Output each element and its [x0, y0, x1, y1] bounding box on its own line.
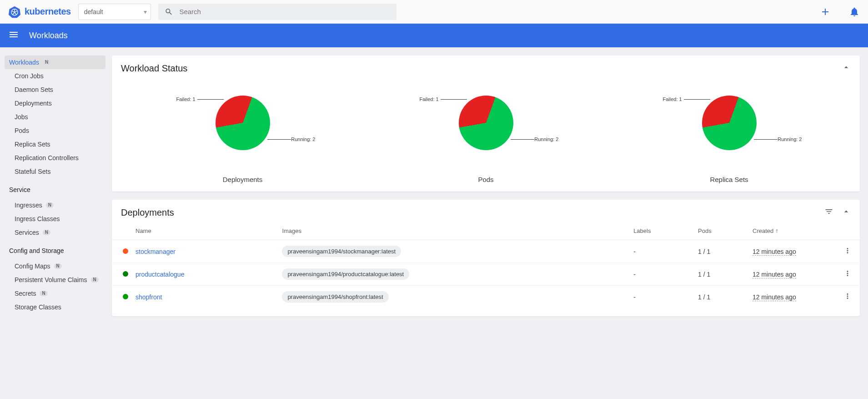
- collapse-button[interactable]: [842, 63, 851, 74]
- sidebar-item[interactable]: Replication Controllers: [5, 151, 105, 165]
- chart-label-running: Running: 2: [291, 136, 315, 142]
- sidebar-item[interactable]: ServicesN: [5, 226, 105, 239]
- sidebar-item[interactable]: Replica Sets: [5, 137, 105, 151]
- filter-icon: [824, 207, 833, 216]
- chart-label-failed: Failed: 1: [420, 96, 439, 102]
- kubernetes-icon: [8, 5, 21, 18]
- sidebar-item[interactable]: Jobs: [5, 110, 105, 124]
- sidebar-section-config: Config and Storage: [5, 244, 105, 258]
- sidebar-item[interactable]: Daemon Sets: [5, 83, 105, 96]
- search-input[interactable]: [179, 8, 390, 15]
- sidebar-item[interactable]: Storage Classes: [5, 300, 105, 314]
- labels-cell: -: [630, 286, 694, 308]
- pods-cell: 1 / 1: [694, 240, 749, 263]
- sidebar-item[interactable]: Ingress Classes: [5, 212, 105, 226]
- sort-asc-icon: ↑: [775, 227, 778, 234]
- chart-label-running: Running: 2: [534, 136, 558, 142]
- sidebar-item[interactable]: IngressesN: [5, 198, 105, 212]
- section-title: Workloads: [29, 31, 68, 40]
- caret-up-icon: [842, 207, 851, 216]
- search-bar[interactable]: [158, 4, 396, 20]
- chevron-down-icon: ▾: [144, 8, 147, 15]
- column-header[interactable]: Images: [278, 222, 630, 240]
- plus-icon: [820, 6, 831, 17]
- status-dot-icon: [123, 248, 128, 254]
- status-chart: Failed: 1Running: 2Pods: [404, 82, 568, 183]
- filter-button[interactable]: [824, 207, 833, 218]
- sidebar-item[interactable]: Deployments: [5, 96, 105, 110]
- table-row: productcataloguepraveensingam1994/produc…: [112, 263, 860, 286]
- workload-status-card: Workload Status Failed: 1Running: 2Deplo…: [112, 56, 860, 192]
- column-header[interactable]: Pods: [694, 222, 749, 240]
- card-title: Deployments: [121, 207, 174, 218]
- table-row: stockmanagerpraveensingam1994/stockmanag…: [112, 240, 860, 263]
- nav-badge: N: [46, 202, 54, 208]
- nav-badge: N: [43, 60, 50, 65]
- table-row: shopfrontpraveensingam1994/shopfront:lat…: [112, 286, 860, 308]
- created-time: 12 minutes ago: [753, 293, 796, 301]
- sidebar-section-service: Service: [5, 183, 105, 197]
- labels-cell: -: [630, 263, 694, 286]
- nav-badge: N: [91, 277, 99, 283]
- sidebar-item[interactable]: SecretsN: [5, 287, 105, 300]
- row-actions-button[interactable]: [843, 294, 852, 302]
- column-header[interactable]: Created↑: [749, 222, 840, 240]
- notifications-button[interactable]: [849, 6, 860, 17]
- top-app-bar: kubernetes default ▾: [0, 0, 868, 24]
- status-chart: Failed: 1Running: 2Deployments: [161, 82, 325, 183]
- image-chip: praveensingam1994/shopfront:latest: [282, 291, 388, 303]
- chart-label-running: Running: 2: [778, 136, 802, 142]
- caret-up-icon: [842, 63, 851, 72]
- namespace-value: default: [84, 8, 103, 15]
- main-content: Workload Status Failed: 1Running: 2Deplo…: [110, 47, 868, 324]
- sidebar-item-workloads[interactable]: Workloads N: [5, 56, 105, 69]
- deployment-link[interactable]: stockmanager: [135, 248, 176, 255]
- kebab-icon: [843, 292, 852, 300]
- labels-cell: -: [630, 240, 694, 263]
- created-time: 12 minutes ago: [753, 248, 796, 256]
- chart-label-failed: Failed: 1: [663, 96, 682, 102]
- pods-cell: 1 / 1: [694, 263, 749, 286]
- column-header[interactable]: Name: [132, 222, 278, 240]
- sidebar-item[interactable]: Pods: [5, 124, 105, 137]
- status-chart: Failed: 1Running: 2Replica Sets: [647, 82, 811, 183]
- chart-caption: Replica Sets: [710, 176, 748, 183]
- collapse-button[interactable]: [842, 207, 851, 218]
- chart-caption: Deployments: [223, 176, 263, 183]
- namespace-select[interactable]: default ▾: [78, 4, 151, 20]
- sidebar-nav: Workloads N Cron JobsDaemon SetsDeployme…: [0, 47, 110, 324]
- create-button[interactable]: [820, 6, 831, 17]
- deployment-link[interactable]: productcatalogue: [135, 271, 184, 278]
- chart-caption: Pods: [478, 176, 493, 183]
- kebab-icon: [843, 269, 852, 278]
- search-icon: [165, 7, 173, 16]
- nav-badge: N: [40, 291, 47, 296]
- sidebar-item[interactable]: Config MapsN: [5, 259, 105, 273]
- sidebar-item-label: Workloads: [9, 59, 39, 66]
- image-chip: praveensingam1994/stockmanager:latest: [282, 246, 401, 257]
- sidebar-item[interactable]: Stateful Sets: [5, 165, 105, 178]
- chart-label-failed: Failed: 1: [176, 96, 196, 102]
- column-header[interactable]: Labels: [630, 222, 694, 240]
- menu-icon: [8, 29, 19, 40]
- status-dot-icon: [123, 294, 128, 299]
- bell-icon: [849, 6, 860, 17]
- nav-badge: N: [54, 263, 62, 269]
- row-actions-button[interactable]: [843, 249, 852, 256]
- nav-toggle-button[interactable]: [8, 29, 19, 42]
- status-dot-icon: [123, 271, 128, 277]
- deployments-card: Deployments NameImagesLabelsPodsCreated↑…: [112, 200, 860, 316]
- deployments-table: NameImagesLabelsPodsCreated↑ stockmanage…: [112, 222, 860, 308]
- section-bar: Workloads: [0, 24, 868, 47]
- sidebar-item[interactable]: Cron Jobs: [5, 69, 105, 83]
- created-time: 12 minutes ago: [753, 271, 796, 278]
- deployment-link[interactable]: shopfront: [135, 293, 162, 301]
- pods-cell: 1 / 1: [694, 286, 749, 308]
- image-chip: praveensingam1994/productcatalogue:lates…: [282, 268, 409, 280]
- kebab-icon: [843, 247, 852, 255]
- brand-logo[interactable]: kubernetes: [8, 5, 71, 18]
- sidebar-item[interactable]: Persistent Volume ClaimsN: [5, 273, 105, 287]
- brand-text: kubernetes: [25, 6, 71, 17]
- nav-badge: N: [43, 230, 50, 235]
- row-actions-button[interactable]: [843, 272, 852, 279]
